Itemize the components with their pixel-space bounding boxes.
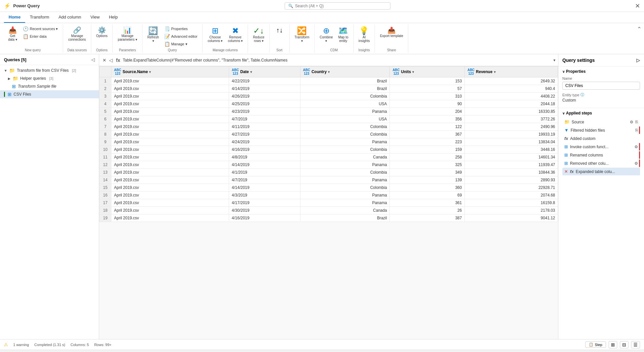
step-invoke-custom[interactable]: ⊞ Invoke custom funct... ⚙ bbox=[562, 143, 640, 151]
data-cell: April 2019.csv bbox=[111, 131, 229, 138]
tree-item-csv-files[interactable]: ⊞ CSV Files bbox=[0, 90, 99, 98]
completed-text: Completed (1.31 s) bbox=[34, 343, 65, 347]
search-input[interactable] bbox=[295, 4, 381, 8]
formula-delete-icon[interactable]: ✕ bbox=[102, 57, 107, 64]
table-row: 10April 2019.csv4/16/2019Colombia1593448… bbox=[100, 146, 558, 154]
data-cell: 122 bbox=[390, 123, 465, 131]
data-cell: Panama bbox=[300, 108, 390, 115]
enter-data-button[interactable]: 📋 Enter data bbox=[20, 33, 60, 40]
col-revenue-dropdown-icon[interactable]: ▾ bbox=[494, 70, 496, 74]
tree-item-helper-folder[interactable]: ▶ 📁 Helper queries [3] bbox=[0, 74, 99, 82]
table-row: 3April 2019.csv4/26/2019Colombia3104408.… bbox=[100, 93, 558, 100]
ribbon-group-reduce-rows-items: ✓↓ Reducerows ▾ bbox=[251, 25, 266, 51]
map-to-entity-button[interactable]: 🗺️ Map toentity bbox=[336, 25, 351, 44]
step-renamed-cols[interactable]: ⊞ Renamed columns bbox=[562, 151, 640, 159]
step-filtered-hidden[interactable]: ▼ Filtered hidden files ⎘ bbox=[562, 126, 640, 134]
invoke-custom-label: Invoke custom funct... bbox=[570, 145, 632, 149]
data-cell: Brazil bbox=[300, 85, 390, 93]
ribbon-group-transform-items: 🔀 Transform▾ bbox=[292, 25, 312, 51]
col-units-dropdown-icon[interactable]: ▾ bbox=[412, 70, 414, 74]
tree-item-transform-sample[interactable]: ⊞ Transform Sample file bbox=[0, 82, 99, 90]
step-expanded-table[interactable]: ✕ fx Expanded table colu... bbox=[562, 168, 640, 175]
query-options-stack: 🗒️ Properties 📝 Advanced editor 📋 Manage… bbox=[162, 25, 200, 48]
formula-back-icon[interactable]: ◁ bbox=[108, 57, 113, 64]
data-cell: April 2019.csv bbox=[111, 214, 229, 222]
combine-label: Combine▾ bbox=[320, 35, 333, 43]
source-copy-icon[interactable]: ⎘ bbox=[635, 119, 638, 124]
choose-columns-button[interactable]: ⊞ Choosecolumns ▾ bbox=[205, 25, 225, 44]
formula-input[interactable] bbox=[123, 58, 551, 63]
manage-connections-button[interactable]: 🔗 Manageconnections bbox=[66, 25, 88, 43]
data-cell: 4/14/2019 bbox=[229, 161, 300, 169]
data-cell: April 2019.csv bbox=[111, 85, 229, 93]
insights-group-label: Insights bbox=[358, 48, 370, 52]
sort-button[interactable]: ↑↓ bbox=[274, 25, 285, 35]
close-button[interactable]: ✕ bbox=[635, 2, 640, 10]
transform-label: Transform▾ bbox=[295, 35, 309, 43]
query-group-label: Query bbox=[168, 48, 177, 52]
reduce-rows-button[interactable]: ✓↓ Reducerows ▾ bbox=[251, 25, 266, 44]
ribbon-group-query: 🔄 Refresh▾ 🗒️ Properties 📝 Advanced edit… bbox=[142, 24, 203, 53]
manage-params-button[interactable]: 📊 Manageparameters ▾ bbox=[115, 25, 139, 43]
expanded-x-icon[interactable]: ✕ bbox=[564, 169, 568, 174]
main-layout: Queries [5] ◁ ▼ 📁 Transform file from CS… bbox=[0, 54, 644, 339]
data-cell: 4/23/2019 bbox=[229, 108, 300, 115]
ribbon-group-parameters: 📊 Manageparameters ▾ Parameters bbox=[113, 24, 142, 53]
data-cell: 11939.47 bbox=[464, 161, 558, 169]
ai-insights-button[interactable]: 💡 AIinsights bbox=[356, 25, 372, 44]
view-toggle-2[interactable]: ⊟ bbox=[620, 341, 628, 348]
applied-steps-title-label: Applied steps bbox=[566, 111, 592, 115]
ribbon-group-manage-columns-items: ⊞ Choosecolumns ▾ ✖ Removecolumns ▾ bbox=[205, 25, 245, 48]
formula-expand-icon[interactable]: ▾ bbox=[553, 58, 555, 63]
properties-button[interactable]: 🗒️ Properties bbox=[162, 25, 200, 32]
col-date-dropdown-icon[interactable]: ▾ bbox=[250, 70, 252, 74]
name-input[interactable] bbox=[562, 82, 640, 90]
manage-button[interactable]: 📋 Manage ▾ bbox=[162, 40, 200, 48]
transform-button[interactable]: 🔀 Transform▾ bbox=[292, 25, 312, 44]
export-template-button[interactable]: 📤 Export template bbox=[378, 25, 405, 39]
advanced-editor-button[interactable]: 📝 Advanced editor bbox=[162, 33, 200, 40]
manage-icon: 📋 bbox=[164, 41, 170, 47]
tab-home[interactable]: Home bbox=[4, 12, 25, 23]
source-gear-icon[interactable]: ⚙ bbox=[630, 120, 633, 124]
search-box[interactable]: 🔍 bbox=[285, 2, 390, 10]
new-query-label: New query bbox=[25, 48, 41, 52]
combine-button[interactable]: ⊕ Combine▾ bbox=[317, 25, 335, 44]
options-button[interactable]: ⚙️ Options bbox=[94, 25, 110, 39]
col-country-dropdown-icon[interactable]: ▾ bbox=[328, 70, 330, 74]
step-removed-other[interactable]: ⊞ Removed other colu... ⚙ bbox=[562, 159, 640, 167]
data-cell: 367 bbox=[390, 131, 465, 138]
queries-collapse-button[interactable]: ◁ bbox=[91, 57, 95, 62]
step-footer-button[interactable]: 📋 Step bbox=[585, 341, 606, 348]
view-toggle-3[interactable]: ☰ bbox=[631, 341, 640, 348]
row-number-cell: 18 bbox=[100, 207, 111, 214]
tab-help[interactable]: Help bbox=[104, 12, 122, 23]
table-row: 16April 2019.csv4/3/2019Panama692074.68 bbox=[100, 192, 558, 199]
ai-insights-label: AIinsights bbox=[359, 35, 370, 43]
combine-icon: ⊕ bbox=[323, 27, 330, 35]
col-source-dropdown-icon[interactable]: ▾ bbox=[149, 70, 151, 74]
step-added-custom[interactable]: fx Added custom bbox=[562, 135, 640, 142]
get-data-button[interactable]: 📥 Getdata ▾ bbox=[5, 25, 20, 43]
invoke-gear-icon[interactable]: ⚙ bbox=[634, 145, 638, 149]
get-data-label: Getdata ▾ bbox=[8, 34, 17, 41]
tab-add-column[interactable]: Add column bbox=[54, 12, 86, 23]
table-row: 14April 2019.csv4/7/2019Panama1392890.93 bbox=[100, 176, 558, 184]
refresh-button[interactable]: 🔄 Refresh▾ bbox=[145, 25, 161, 44]
col-units: ABC123 Units ▾ bbox=[390, 66, 465, 77]
remove-columns-button[interactable]: ✖ Removecolumns ▾ bbox=[225, 25, 245, 44]
tab-transform[interactable]: Transform bbox=[25, 12, 54, 23]
view-toggle-1[interactable]: ⊞ bbox=[609, 341, 617, 348]
row-number-cell: 4 bbox=[100, 100, 111, 108]
col-units-label: Units bbox=[401, 69, 411, 74]
app-title-area: ⚡ Power Query bbox=[4, 3, 40, 9]
formula-fx-label: fx bbox=[116, 58, 120, 63]
settings-expand-button[interactable]: ▷ bbox=[636, 58, 640, 63]
filtered-copy-icon[interactable]: ⎘ bbox=[635, 128, 638, 133]
tree-item-transform-folder[interactable]: ▼ 📁 Transform file from CSV Files [2] bbox=[0, 66, 99, 74]
tab-view[interactable]: View bbox=[86, 12, 104, 23]
removed-gear-icon[interactable]: ⚙ bbox=[634, 161, 638, 166]
ribbon-collapse-button[interactable]: ⌃ bbox=[637, 26, 641, 32]
recent-sources-button[interactable]: 🕐 Recent sources ▾ bbox=[20, 25, 60, 32]
step-source[interactable]: 📁 Source ⚙ ⎘ bbox=[562, 118, 640, 126]
